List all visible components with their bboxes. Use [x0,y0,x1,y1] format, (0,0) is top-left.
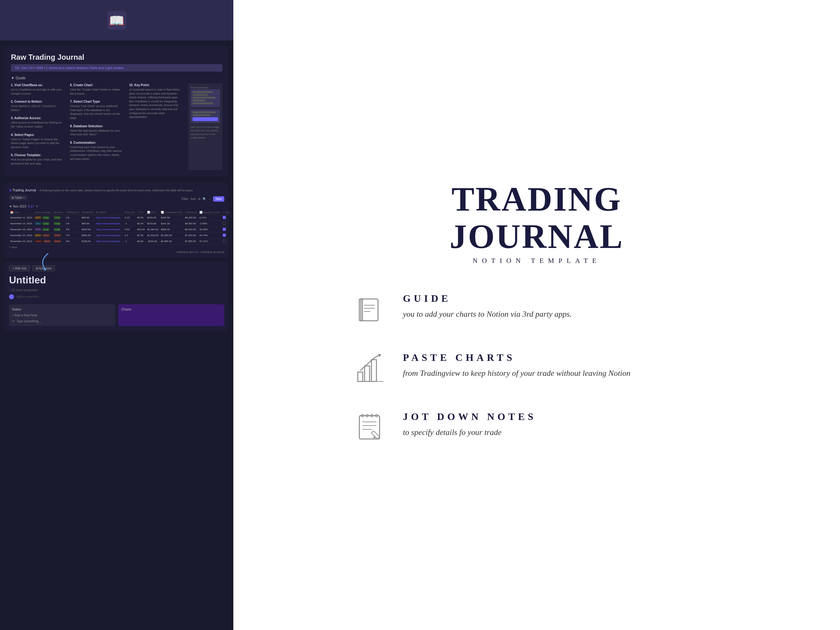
svg-marker-2 [44,269,47,270]
tip-end: shortcut to switch between Dark and Ligh… [49,66,125,70]
brand-title-2: JOURNAL [450,219,624,254]
entry-title: Untitled [9,275,224,286]
journal-title: Raw Trading Journal [11,53,223,62]
table-actions: Filter Sort ⚙ 🔍 ⋯ New [182,196,224,202]
guide-item-4: 4. Select Pages: Click on "Select Pages"… [11,133,64,149]
table-row[interactable]: November 16, 2023 ETH Long Long 5% $250.… [9,226,231,232]
tip-bar: Tip: Use Ctrl • Shift • L shortcut to sw… [11,64,223,71]
view-toggle[interactable]: ⊞ Table + [9,195,27,201]
guide-collapse[interactable]: ▼ Guide [11,76,223,80]
chart-icon [355,354,386,385]
trades-table: 📅 Date Open as page Direction % Risked %… [9,210,231,245]
charts-header: Charts [122,307,221,311]
feature-jot-notes: JOT DOWN NOTES to specify details fo you… [350,408,723,448]
guide-item-3: 3. Authorize Access: Allow access to Cha… [11,116,64,128]
paste-charts-desc: from Tradingview to keep history of your… [403,367,723,379]
guide-feature-label: GUIDE [403,293,723,304]
jot-notes-desc: to specify details fo your trade [403,426,723,438]
logo-icon: 📖 [104,8,129,33]
jot-notes-label: JOT DOWN NOTES [403,411,723,423]
svg-rect-14 [359,416,379,439]
guide-item-5: 5. Choose Template: Pick the template fo… [11,153,64,166]
table-row[interactable]: November 11, 2023 BTC Long Long 1% $50.0… [9,215,231,221]
add-row-btn[interactable]: + New [9,246,17,249]
feature-guide: GUIDE you to add your charts to Notion v… [350,290,723,330]
guide-icon-wrapper [350,290,390,330]
top-header: 📖 [0,0,233,41]
guide-content: 1. Visit ChartBase.so: Go to ChartBase.s… [11,84,223,170]
table-row[interactable]: November 23, 2023 AVAX Short Short 3% $1… [9,238,231,244]
brand-title-1: TRADING [452,182,622,216]
jot-notes-feature-text: JOT DOWN NOTES to specify details fo you… [403,408,723,438]
guide-col-middle: 6. Create Chart: Click the "Create Chart… [70,84,123,170]
table-icon: ⊞ [9,188,13,192]
guide-item-1: 1. Visit ChartBase.so: Go to ChartBase.s… [11,84,64,96]
right-panel: TRADING JOURNAL NOTION TEMPLATE GUIDE yo… [233,0,840,630]
svg-rect-3 [361,299,378,321]
features-list: GUIDE you to add your charts to Notion v… [350,290,723,448]
guide-col-left: 1. Visit ChartBase.so: Go to ChartBase.s… [11,84,64,170]
guide-feature-desc: you to add your charts to Notion via 3rd… [403,308,723,320]
chart-icon-wrapper [350,349,390,389]
screenshot-mockup-1 [191,89,220,107]
guide-item-7: 7. Select Chart Type: Choose "Line Chart… [70,100,123,120]
notes-icon [355,412,386,444]
comment-avatar [9,294,14,299]
guide-screenshot: Few more steps: Set it as it is on the i… [188,84,223,170]
table-section: ⊞ Trading Journal – If entering trades o… [5,183,229,258]
charts-panel: Charts [118,304,224,326]
screenshot-mockup-2 [191,109,220,123]
guide-item-8: 8. Database Selection: Select the approp… [70,125,123,137]
guide-item-10: 10. Key Point: An essential aspect to no… [129,84,182,119]
svg-rect-11 [371,360,376,381]
guide-feature-text: GUIDE you to add your charts to Notion v… [403,290,723,320]
paste-charts-label: PASTE CHARTS [403,352,723,363]
tip-shortcut: Ctrl [28,66,33,70]
svg-text:📖: 📖 [109,13,125,28]
notes-icon-wrapper [350,408,390,448]
add-row-btn[interactable]: + Add row [9,265,30,271]
comment-text[interactable]: Add a comment... [16,295,41,298]
table-header-row: ⊞ Trading Journal – If entering trades o… [9,187,224,193]
arrow-connector [36,252,61,272]
left-panel: 📖 Raw Trading Journal Tip: Use Ctrl • Sh… [0,0,233,630]
guide-col-right: 10. Key Point: An essential aspect to no… [129,84,182,170]
guide-item-6: 6. Create Chart: Click the "Create Chart… [70,84,123,96]
notes-panel: Notes + Add a New Note ✏ Type something … [9,304,115,326]
feature-paste-charts: PASTE CHARTS from Tradingview to keep hi… [350,349,723,389]
guide-item-9: 9. Customization: Customize your chart b… [70,141,123,161]
sort-btn[interactable]: Sort [190,197,196,201]
svg-rect-10 [365,366,369,381]
paste-charts-feature-text: PASTE CHARTS from Tradingview to keep hi… [403,349,723,379]
filter-btn[interactable]: Filter [182,197,188,201]
notes-header: Notes [12,307,112,311]
svg-rect-9 [358,372,363,381]
add-note-btn[interactable]: + Add a New Note [12,314,112,317]
new-entry-btn[interactable]: New [213,196,224,202]
guide-section: Raw Trading Journal Tip: Use Ctrl • Shif… [5,47,229,177]
tip-text: Tip: Use [15,66,28,70]
note-icon: ✏ [12,319,15,323]
note-input[interactable]: Type something _ [16,319,41,323]
table-row[interactable]: November 16, 2023 BTC Short Short 7% $35… [9,232,231,238]
entry-bottom: Notes + Add a New Note ✏ Type something … [9,304,224,326]
table-row[interactable]: November 14, 2023 SOL Long Long 1% $50.0… [9,221,231,226]
note-input-row: ✏ Type something _ [12,319,112,323]
table-title: Trading Journal [13,188,36,192]
entry-properties[interactable]: √ 16 more properties [9,288,224,292]
entry-comment: Add a comment... [9,294,224,299]
guide-item-2: 2. Connect to Notion: Once signed in, cl… [11,100,64,112]
month-header: ▼ Nov 2023 6.17 + [9,205,224,208]
brand-subtitle: NOTION TEMPLATE [472,257,601,265]
book-icon [355,294,386,325]
table-header: 📅 Date Open as page Direction % Risked %… [9,210,231,215]
